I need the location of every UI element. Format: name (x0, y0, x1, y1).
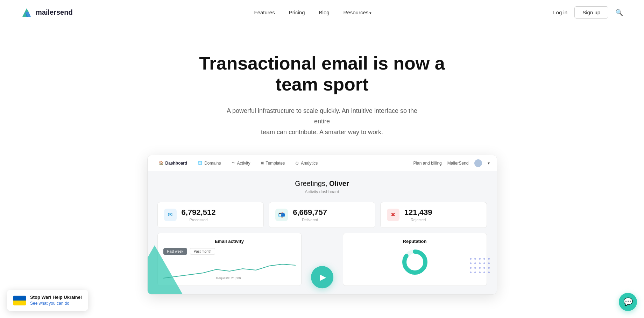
dash-nav-dashboard[interactable]: 🏠 Dashboard (155, 158, 192, 168)
search-button[interactable]: 🔍 (615, 9, 623, 16)
logo-text: mailersend (36, 8, 73, 16)
globe-icon: 🌐 (198, 161, 203, 165)
login-button[interactable]: Log in (553, 9, 567, 15)
processed-icon: ✉ (164, 209, 177, 221)
video-play-area: ▶ (306, 233, 338, 286)
reputation-panel: Reputation (343, 233, 487, 286)
ukraine-title: Stop War! Help Ukraine! (30, 295, 82, 300)
dash-nav-templates-label: Templates (266, 161, 285, 166)
dash-nav-analytics-label: Analytics (301, 161, 318, 166)
user-menu-chevron[interactable]: ▾ (488, 161, 490, 166)
play-icon: ▶ (320, 272, 326, 282)
rejected-label: Rejected (404, 218, 432, 222)
activity-icon: 〜 (232, 160, 235, 166)
dash-nav-right: Plan and billing MailerSend ▾ (413, 159, 489, 167)
ukraine-link[interactable]: See what you can do (30, 301, 69, 306)
delivered-icon: 📬 (275, 209, 288, 221)
processed-label: Processed (182, 218, 216, 222)
nav-features[interactable]: Features (254, 9, 275, 15)
processed-value: 6,792,512 (182, 208, 216, 217)
nav-pricing[interactable]: Pricing (289, 9, 305, 15)
user-avatar (474, 159, 482, 167)
templates-icon: ⊞ (261, 161, 264, 165)
dashboard-preview: 🏠 Dashboard 🌐 Domains 〜 Activity ⊞ Templ… (147, 155, 497, 294)
chat-icon: 💬 (623, 297, 633, 306)
user-first-name: Oliver (329, 180, 349, 187)
main-nav: mailersend Features Pricing Blog Resourc… (0, 0, 644, 25)
chart-tabs: Past week Past month (163, 248, 296, 255)
dash-nav-domains-label: Domains (204, 161, 221, 166)
nav-blog[interactable]: Blog (319, 9, 330, 15)
hero-subtitle: A powerful infrastructure to scale quick… (221, 106, 424, 138)
stat-processed: ✉ 6,792,512 Processed (157, 202, 264, 228)
hero-section: Transactional email is now a team sport … (0, 25, 644, 316)
nav-links: Features Pricing Blog Resources (254, 9, 372, 15)
nav-actions: Log in Sign up 🔍 (553, 6, 623, 19)
stats-row: ✉ 6,792,512 Processed 📬 6,669,757 Delive… (157, 202, 487, 228)
hero-title: Transactional email is now a team sport (182, 53, 462, 95)
home-icon: 🏠 (159, 161, 164, 165)
svg-point-3 (404, 252, 425, 273)
dash-nav-activity[interactable]: 〜 Activity (227, 158, 255, 168)
panels-row: Email activity Past week Past month Requ… (157, 233, 487, 286)
greeting-label: Greetings, (295, 180, 327, 187)
dash-nav-analytics[interactable]: ⏱ Analytics (291, 158, 322, 168)
dash-nav-dashboard-label: Dashboard (165, 161, 187, 166)
plan-billing-link[interactable]: Plan and billing (413, 161, 441, 166)
ukraine-flag (13, 296, 26, 305)
flag-yellow (13, 301, 26, 305)
dashboard-body: Greetings, Oliver Activity dashboard ✉ 6… (148, 171, 497, 294)
play-button[interactable]: ▶ (311, 266, 333, 288)
activity-dashboard-label: Activity dashboard (221, 188, 424, 195)
chart-area: Requests: 21,588 (163, 259, 296, 280)
search-icon: 🔍 (615, 9, 623, 16)
stat-processed-info: 6,792,512 Processed (182, 208, 216, 222)
delivered-label: Delivered (293, 218, 327, 222)
chat-widget[interactable]: 💬 (619, 293, 637, 311)
dashboard-nav: 🏠 Dashboard 🌐 Domains 〜 Activity ⊞ Templ… (148, 155, 497, 171)
email-activity-panel: Email activity Past week Past month Requ… (157, 233, 302, 286)
deco-dots (470, 258, 490, 273)
rejected-value: 121,439 (404, 208, 432, 217)
reputation-donut (349, 248, 481, 276)
ukraine-text: Stop War! Help Ukraine! See what you can… (30, 295, 82, 306)
logo-link[interactable]: mailersend (21, 7, 73, 18)
email-activity-title: Email activity (163, 239, 296, 244)
stat-delivered-info: 6,669,757 Delivered (293, 208, 327, 222)
analytics-icon: ⏱ (295, 161, 299, 165)
tab-past-month[interactable]: Past month (190, 248, 215, 255)
stat-rejected: ✖ 121,439 Rejected (380, 202, 487, 228)
delivered-value: 6,669,757 (293, 208, 327, 217)
dash-nav-templates[interactable]: ⊞ Templates (257, 158, 289, 168)
dash-nav-domains[interactable]: 🌐 Domains (193, 158, 225, 168)
greeting-text: Greetings, Oliver (157, 180, 487, 188)
stat-delivered: 📬 6,669,757 Delivered (269, 202, 375, 228)
stat-rejected-info: 121,439 Rejected (404, 208, 432, 222)
user-name-label: MailerSend (447, 161, 469, 166)
ukraine-banner: Stop War! Help Ukraine! See what you can… (7, 290, 88, 311)
dash-nav-activity-label: Activity (237, 161, 250, 166)
rejected-icon: ✖ (387, 209, 399, 221)
reputation-title: Reputation (349, 239, 481, 244)
nav-resources[interactable]: Resources (344, 9, 372, 15)
dash-greeting: Greetings, Oliver Activity dashboard (157, 180, 487, 195)
flag-blue (13, 296, 26, 301)
requests-label: Requests: 21,588 (216, 276, 241, 280)
signup-button[interactable]: Sign up (574, 6, 608, 19)
